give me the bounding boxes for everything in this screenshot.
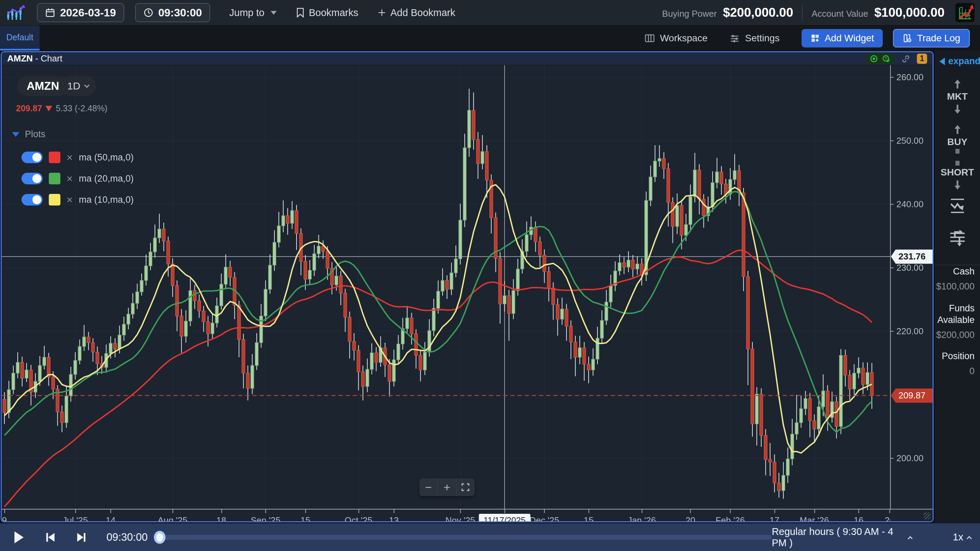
ma20-label: ma (20,ma,0) <box>79 174 134 184</box>
time-picker-button[interactable]: 09:30:00 <box>135 3 210 22</box>
ma50-label: ma (50,ma,0) <box>79 152 134 163</box>
record-icon <box>870 55 878 63</box>
chevron-down-icon <box>84 82 90 88</box>
plots-section-toggle[interactable]: Plots <box>12 129 45 140</box>
clock-check-icon <box>882 55 890 63</box>
ma20-remove-icon[interactable]: × <box>67 174 73 184</box>
position-label: Position <box>942 351 975 361</box>
add-bookmark-button[interactable]: Add Bookmark <box>377 7 455 18</box>
account-value-value: $100,000.00 <box>874 5 945 20</box>
range-order-tool-button[interactable] <box>935 197 980 214</box>
sidebar-divider <box>935 264 980 265</box>
app-logo-icon <box>6 4 26 21</box>
chart-area: AMZN 1D 209.87 5.33 (-2.48%) Plots × ma … <box>2 65 932 521</box>
zoom-in-button[interactable]: + <box>438 478 456 496</box>
settings-button[interactable]: Settings <box>729 33 780 44</box>
skip-end-icon <box>76 532 88 543</box>
playback-time: 09:30:00 <box>107 531 148 543</box>
ma20-color-swatch[interactable] <box>49 173 60 184</box>
add-widget-button[interactable]: Add Widget <box>802 29 883 48</box>
y-axis-label: 250.00 <box>896 135 924 146</box>
bookmark-icon <box>296 8 305 18</box>
bookmarks-button[interactable]: Bookmarks <box>296 7 358 18</box>
square-icon <box>955 161 959 166</box>
clock-icon <box>143 8 154 18</box>
settings-sliders-icon <box>729 33 740 43</box>
zoom-controls: − + <box>419 478 475 496</box>
y-axis-label: 260.00 <box>896 72 924 83</box>
short-button[interactable]: SHORT <box>935 161 980 190</box>
ma50-color-swatch[interactable] <box>49 151 60 163</box>
playback-bar: 09:30:00 Regular hours ( 9:30 AM - 4 PM … <box>0 523 980 551</box>
workspace-columns-icon <box>644 33 655 43</box>
chevron-up-icon <box>908 536 913 541</box>
funds-value: $200,000 <box>936 330 975 340</box>
down-arrow-icon <box>45 106 52 111</box>
playback-speed-dropdown[interactable]: 1x <box>953 532 971 543</box>
legend-row-ma50: × ma (50,ma,0) <box>22 151 134 163</box>
tab-default[interactable]: Default <box>0 25 40 51</box>
y-axis-label: 200.00 <box>896 453 924 463</box>
step-forward-button[interactable] <box>76 532 88 543</box>
funds-label-line1: Funds <box>949 303 975 314</box>
buying-power-label: Buying Power <box>662 8 717 19</box>
cash-value: $100,000 <box>936 281 975 292</box>
buying-power: Buying Power $200,000.00 <box>662 5 793 20</box>
panel-resize-handle[interactable] <box>924 513 931 519</box>
account-value-label: Account Value <box>811 8 868 19</box>
replay-status-pill[interactable] <box>866 53 894 64</box>
playback-slider-handle[interactable] <box>154 531 165 544</box>
top-toolbar: 2026-03-19 09:30:00 Jump to Bookmarks Ad… <box>0 0 980 25</box>
arrow-down-icon <box>952 179 963 190</box>
session-hours-dropdown[interactable]: Regular hours ( 9:30 AM - 4 PM ) <box>772 526 912 549</box>
y-axis-label: 230.00 <box>896 263 924 273</box>
buy-button[interactable]: BUY <box>935 125 980 154</box>
arrow-down-icon <box>952 104 963 114</box>
account-value: Account Value $100,000.00 <box>811 5 945 20</box>
arrow-left-icon <box>939 58 945 65</box>
expand-sidebar-button[interactable]: expand <box>939 56 980 67</box>
ma20-visibility-toggle[interactable] <box>22 173 43 184</box>
y-axis-label: 240.00 <box>896 199 924 210</box>
step-back-button[interactable] <box>45 532 56 543</box>
fullscreen-button[interactable] <box>456 478 475 496</box>
plus-icon <box>377 8 386 17</box>
arrow-up-icon <box>952 125 963 135</box>
last-price-text: 209.87 <box>16 104 42 113</box>
ma50-remove-icon[interactable]: × <box>67 152 73 163</box>
timeframe-dropdown[interactable]: 1D <box>60 76 96 96</box>
zoom-out-button[interactable]: − <box>419 478 438 496</box>
crosshair-date-tooltip: 11/17/2025 <box>479 514 530 522</box>
cash-label: Cash <box>953 266 975 277</box>
chart-panel-header[interactable]: AMZN - Chart <box>2 52 932 65</box>
price-readout: 209.87 5.33 (-2.48%) <box>16 104 108 113</box>
ma10-visibility-toggle[interactable] <box>22 194 43 205</box>
workspace-button[interactable]: Workspace <box>644 33 708 44</box>
ma50-visibility-toggle[interactable] <box>22 151 43 163</box>
divider <box>802 5 803 21</box>
link-group-badge[interactable]: 1 <box>917 54 927 64</box>
add-widget-icon <box>810 33 820 43</box>
triangle-down-icon <box>12 132 19 137</box>
candlestick-chart-canvas[interactable] <box>2 65 932 522</box>
playback-slider[interactable] <box>155 535 772 540</box>
trade-log-button[interactable]: Trade Log <box>893 29 970 48</box>
funds-label-line2: Available <box>937 315 975 325</box>
legend-row-ma10: × ma (10,ma,0) <box>22 194 134 205</box>
jump-to-dropdown[interactable]: Jump to <box>229 7 277 18</box>
last-price-badge: 209.87 <box>891 389 934 403</box>
date-value: 2026-03-19 <box>60 6 116 19</box>
y-axis-label: 220.00 <box>896 326 924 337</box>
chevron-up-icon <box>967 536 972 541</box>
play-icon <box>13 531 25 544</box>
ma10-color-swatch[interactable] <box>49 194 60 205</box>
ma10-remove-icon[interactable]: × <box>67 194 73 205</box>
bracket-order-tool-button[interactable] <box>935 228 980 247</box>
link-icon[interactable] <box>901 54 910 63</box>
market-order-button[interactable]: MKT <box>935 80 980 114</box>
workspace-area: AMZN - Chart <box>0 51 980 523</box>
play-button[interactable] <box>13 531 25 544</box>
trade-log-icon <box>902 33 912 43</box>
date-picker-button[interactable]: 2026-03-19 <box>37 3 124 22</box>
position-value: 0 <box>969 366 975 377</box>
